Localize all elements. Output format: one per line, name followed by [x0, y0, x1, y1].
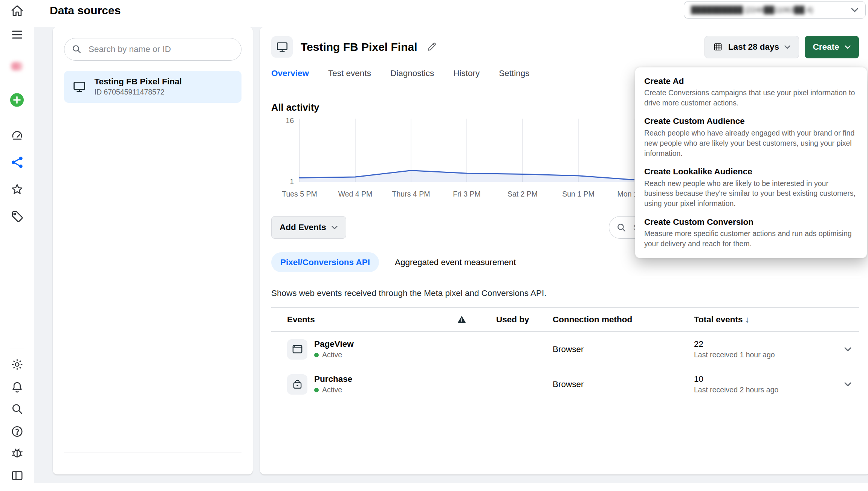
redacted-shortcut-icon[interactable]	[8, 56, 27, 76]
home-icon[interactable]	[8, 1, 27, 20]
table-row[interactable]: Purchase Active Browser 10 Last received…	[271, 367, 859, 402]
menu-item-title: Create Custom Conversion	[644, 217, 858, 227]
last-received-label: Last received 1 hour ago	[694, 351, 836, 359]
help-icon[interactable]	[8, 422, 27, 441]
svg-text:Tues 5 PM: Tues 5 PM	[282, 190, 317, 198]
menu-item-description: Create Conversions campaigns that use yo…	[644, 88, 858, 108]
source-name: Testing FB Pixel Final	[95, 77, 182, 87]
add-events-button[interactable]: Add Events	[271, 216, 346, 239]
svg-text:Wed 4 PM: Wed 4 PM	[338, 190, 373, 198]
menu-item-description: Measure more specific customer actions a…	[644, 229, 858, 249]
menu-item-title: Create Lookalike Audience	[644, 167, 858, 177]
account-selector-label: ██████████ (2248██11063██ 4)	[691, 6, 845, 14]
chevron-down-icon	[784, 45, 791, 49]
menu-item-title: Create Ad	[644, 76, 858, 86]
pixel-monitor-icon	[271, 36, 293, 58]
status-active-dot	[314, 353, 319, 357]
svg-text:16: 16	[286, 116, 294, 125]
tab-test-events[interactable]: Test events	[328, 65, 371, 84]
collapse-panel-icon[interactable]	[8, 466, 27, 485]
status-label: Active	[322, 351, 342, 359]
column-total-events[interactable]: Total events ↓	[694, 315, 836, 325]
bug-report-icon[interactable]	[8, 444, 27, 463]
svg-text:Fri 3 PM: Fri 3 PM	[453, 190, 481, 198]
events-table-header: Events Used by Connection method Total e…	[271, 307, 859, 332]
date-range-button[interactable]: Last 28 days	[704, 36, 799, 58]
favorites-star-icon[interactable]	[8, 180, 27, 199]
total-events-value: 22	[694, 339, 836, 349]
total-events-value: 10	[694, 374, 836, 384]
menu-item-create-lookalike-audience[interactable]: Create Lookalike Audience Reach new peop…	[644, 167, 858, 209]
chevron-down-icon	[331, 225, 338, 230]
create-button[interactable]: Create	[805, 36, 859, 58]
calendar-grid-icon	[713, 42, 723, 52]
purchase-bag-icon	[287, 374, 307, 395]
add-events-label: Add Events	[280, 223, 326, 232]
account-selector[interactable]: ██████████ (2248██11063██ 4)	[684, 1, 866, 19]
data-sources-panel: Testing FB Pixel Final ID 67054591147857…	[53, 27, 253, 475]
menu-item-create-ad[interactable]: Create Ad Create Conversions campaigns t…	[644, 76, 858, 108]
overview-gauge-icon[interactable]	[8, 125, 27, 145]
sort-descending-icon: ↓	[745, 315, 749, 325]
events-manager-app: Data sources ██████████ (2248██11063██ 4…	[0, 0, 868, 491]
top-bar: Data sources ██████████ (2248██11063██ 4…	[34, 0, 868, 27]
menu-item-title: Create Custom Audience	[644, 116, 858, 126]
chevron-down-icon	[851, 8, 859, 13]
last-received-label: Last received 2 hours ago	[694, 386, 836, 394]
settings-gear-icon[interactable]	[8, 355, 27, 374]
activity-chart-svg: Tues 5 PMWed 4 PMThurs 4 PMFri 3 PMSat 2…	[277, 115, 650, 203]
events-table-caption: Shows web events received through the Me…	[271, 288, 859, 298]
source-list-item[interactable]: Testing FB Pixel Final ID 67054591147857…	[64, 71, 241, 103]
pageview-browser-icon	[287, 339, 307, 360]
date-range-label: Last 28 days	[728, 42, 779, 52]
page-title: Data sources	[50, 4, 121, 17]
chevron-down-icon	[844, 45, 851, 49]
pixel-title: Testing FB Pixel Final	[301, 41, 417, 53]
panel-divider	[64, 453, 241, 453]
tab-settings[interactable]: Settings	[499, 65, 529, 84]
search-icon[interactable]	[8, 400, 27, 419]
column-connection-method: Connection method	[553, 315, 694, 325]
menu-item-create-custom-audience[interactable]: Create Custom Audience Reach people who …	[644, 116, 858, 158]
source-search	[64, 38, 241, 61]
status-active-dot	[314, 388, 319, 392]
tab-diagnostics[interactable]: Diagnostics	[390, 65, 434, 84]
expand-row-chevron-icon[interactable]	[836, 382, 859, 387]
source-id: ID 670545911478572	[95, 88, 182, 96]
create-dropdown-menu: Create Ad Create Conversions campaigns t…	[635, 67, 867, 258]
warning-icon	[457, 314, 496, 325]
menu-item-create-custom-conversion[interactable]: Create Custom Conversion Measure more sp…	[644, 217, 858, 249]
tab-pixel-conversions-api[interactable]: Pixel/Conversions API	[271, 252, 379, 272]
connection-method-value: Browser	[553, 380, 694, 389]
source-search-input[interactable]	[87, 44, 234, 55]
search-icon	[71, 44, 82, 55]
table-row[interactable]: PageView Active Browser 22 Last received…	[271, 332, 859, 367]
menu-hamburger-icon[interactable]	[8, 25, 27, 44]
menu-item-description: Reach people who have already engaged wi…	[644, 128, 858, 159]
left-nav-rail	[0, 0, 34, 491]
edit-pencil-icon[interactable]	[426, 41, 437, 52]
svg-text:Sat 2 PM: Sat 2 PM	[507, 190, 538, 198]
section-divider	[269, 277, 861, 277]
tab-history[interactable]: History	[453, 65, 480, 84]
menu-item-description: Reach new people who are likely to be in…	[644, 178, 858, 209]
tab-aggregated-event-measurement[interactable]: Aggregated event measurement	[386, 252, 525, 272]
column-used-by: Used by	[496, 315, 553, 325]
event-name: PageView	[314, 339, 354, 349]
event-name: Purchase	[314, 374, 352, 384]
svg-text:Sun 1 PM: Sun 1 PM	[562, 190, 594, 198]
tab-overview[interactable]: Overview	[271, 65, 309, 84]
data-sources-icon[interactable]	[8, 152, 27, 172]
add-shortcut-icon[interactable]	[8, 90, 27, 110]
rail-divider	[10, 349, 24, 349]
create-button-label: Create	[813, 42, 839, 52]
notifications-bell-icon[interactable]	[8, 377, 27, 396]
svg-text:1: 1	[290, 177, 294, 186]
column-events: Events	[287, 315, 457, 325]
column-total-events-label: Total events	[694, 315, 743, 325]
search-icon	[616, 222, 627, 233]
svg-text:Thurs 4 PM: Thurs 4 PM	[392, 190, 430, 198]
expand-row-chevron-icon[interactable]	[836, 347, 859, 352]
offers-tag-icon[interactable]	[8, 207, 27, 226]
pixel-monitor-icon	[71, 78, 88, 95]
